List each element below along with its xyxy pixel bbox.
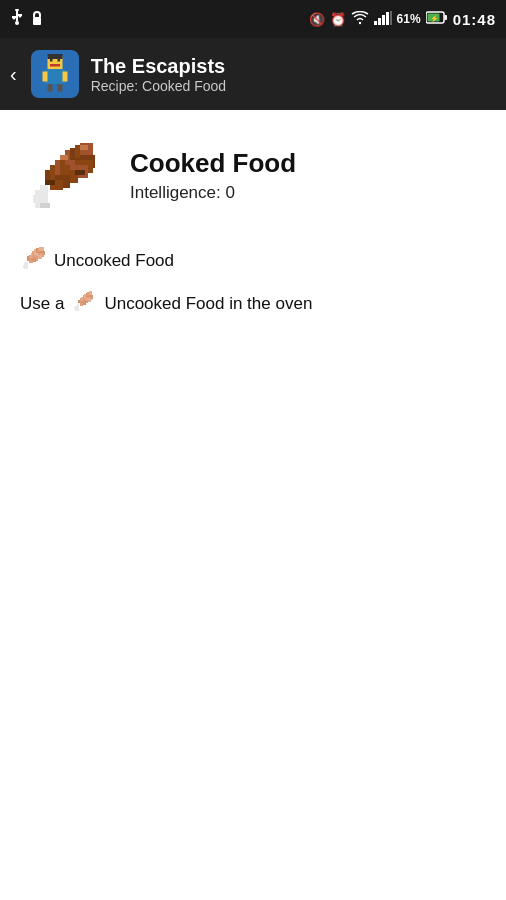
- item-stat: Intelligence: 0: [130, 183, 296, 203]
- svg-rect-9: [374, 21, 377, 25]
- alarm-icon: ⏰: [330, 12, 346, 27]
- svg-rect-26: [57, 84, 62, 92]
- battery-percentage: 61%: [397, 12, 421, 26]
- svg-rect-13: [390, 11, 392, 25]
- svg-rect-15: [444, 15, 447, 20]
- item-header: Cooked Food Intelligence: 0: [20, 130, 486, 220]
- svg-rect-50: [75, 170, 85, 175]
- svg-rect-1: [16, 11, 18, 21]
- signal-icon: [374, 11, 392, 28]
- svg-rect-68: [29, 260, 33, 264]
- svg-point-8: [358, 21, 360, 23]
- svg-rect-54: [23, 265, 26, 268]
- usb-icon: [10, 9, 24, 30]
- svg-rect-21: [50, 64, 60, 67]
- svg-text:⚡: ⚡: [430, 14, 439, 23]
- svg-rect-12: [386, 12, 389, 25]
- item-info: Cooked Food Intelligence: 0: [130, 148, 296, 203]
- item-image: [20, 130, 110, 220]
- content-area: Cooked Food Intelligence: 0: [0, 110, 506, 338]
- uncooked-food-icon: [20, 244, 48, 277]
- instruction-line: Use a: [20, 289, 486, 318]
- svg-rect-23: [42, 72, 47, 82]
- svg-rect-0: [15, 9, 19, 11]
- ingredients-section: Uncooked Food Use a: [20, 244, 486, 318]
- svg-rect-11: [382, 15, 385, 25]
- svg-rect-49: [45, 180, 55, 185]
- instruction-prefix: Use a: [20, 294, 64, 314]
- mute-icon: 🔇: [309, 12, 325, 27]
- lock-icon: [30, 10, 44, 29]
- ingredient-line-1: Uncooked Food: [20, 244, 486, 277]
- wifi-icon: [351, 11, 369, 28]
- ingredient-text-1: Uncooked Food: [54, 251, 174, 271]
- svg-rect-32: [40, 203, 50, 208]
- status-left-icons: [10, 9, 44, 30]
- status-time: 01:48: [453, 11, 496, 28]
- svg-rect-7: [33, 17, 41, 25]
- svg-rect-10: [378, 18, 381, 25]
- back-button[interactable]: ‹: [10, 63, 17, 86]
- svg-rect-27: [47, 54, 62, 59]
- svg-point-5: [19, 14, 22, 17]
- app-icon: [31, 50, 79, 98]
- battery-icon: ⚡: [426, 11, 448, 27]
- svg-rect-80: [89, 291, 93, 295]
- svg-rect-24: [62, 72, 67, 82]
- svg-rect-31: [33, 195, 41, 203]
- svg-point-4: [13, 16, 16, 19]
- status-bar: 🔇 ⏰ 61%: [0, 0, 506, 38]
- svg-rect-62: [39, 247, 43, 251]
- svg-rect-72: [75, 307, 77, 309]
- uncooked-food-icon-small: [72, 289, 96, 318]
- svg-rect-6: [15, 21, 19, 25]
- svg-rect-22: [45, 69, 65, 84]
- instruction-text: Uncooked Food in the oven: [104, 294, 312, 314]
- status-right-icons: 🔇 ⏰ 61%: [309, 11, 496, 28]
- svg-rect-47: [60, 155, 68, 160]
- app-subtitle: Recipe: Cooked Food: [91, 78, 226, 94]
- item-name: Cooked Food: [130, 148, 296, 179]
- app-bar-text: The Escapists Recipe: Cooked Food: [91, 55, 226, 94]
- app-bar: ‹ The Escapists Recipe: Cooked Food: [0, 38, 506, 110]
- svg-rect-25: [47, 84, 52, 92]
- svg-rect-86: [80, 303, 84, 306]
- svg-rect-19: [50, 59, 53, 62]
- svg-rect-20: [57, 59, 60, 62]
- app-title: The Escapists: [91, 55, 226, 78]
- svg-rect-48: [80, 145, 88, 150]
